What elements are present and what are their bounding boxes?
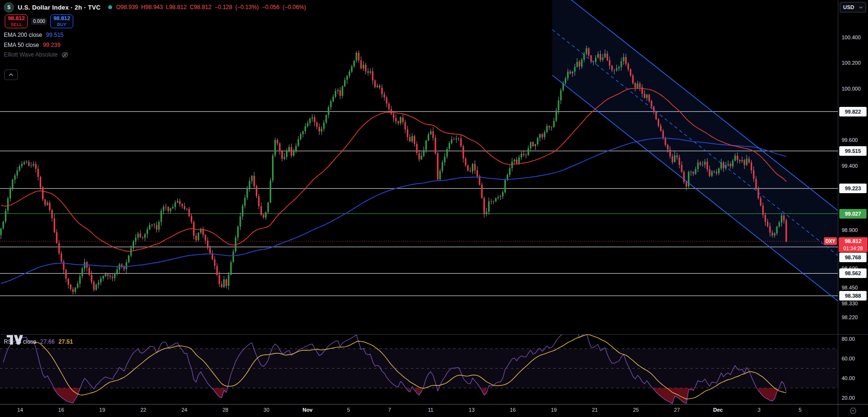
price-axis-label: 99.600 <box>842 136 858 144</box>
ema50-value: 99.239 <box>43 42 60 48</box>
price-axis-label: 99.400 <box>842 162 858 170</box>
price-level-label: 98.562 <box>839 268 867 278</box>
bar-countdown: 01:34:28 <box>839 245 868 252</box>
time-axis-label: 5 <box>789 407 811 413</box>
chart-header: S U.S. Dollar Index · 2h · TVC O98.939 H… <box>4 2 306 12</box>
symbol-title[interactable]: U.S. Dollar Index · 2h · TVC <box>18 4 101 11</box>
price-axis-label: 100.000 <box>842 85 861 93</box>
buy-button[interactable]: 98.812 BUY <box>50 14 73 28</box>
price-axis-label: 98.900 <box>842 226 858 234</box>
rsi-axis-label: 20.00 <box>842 394 855 402</box>
price-level-label: 98.388 <box>839 291 867 301</box>
time-axis-label: 11 <box>420 407 441 413</box>
price-axis-label: 100.400 <box>842 34 861 41</box>
price-axis-label: 98.220 <box>842 313 858 321</box>
chevron-down-icon <box>859 6 863 9</box>
time-axis-label: 16 <box>51 407 72 413</box>
price-axis-label: 98.450 <box>842 284 858 291</box>
time-axis-label: 24 <box>174 407 195 413</box>
rsi-ma-value: 27.51 <box>58 338 73 345</box>
rsi-axis-label: 60.00 <box>842 355 855 362</box>
eye-off-icon[interactable] <box>61 51 69 58</box>
price-level-label: 99.027 <box>839 209 867 219</box>
time-axis-label: 28 <box>215 407 236 413</box>
time-axis-label: 25 <box>626 407 647 413</box>
rsi-name: RSI 14 close <box>4 338 36 345</box>
channel-fill <box>552 0 838 301</box>
price-axis[interactable]: USD 98.812 01:34:28 100.400100.200100.00… <box>838 0 868 404</box>
time-axis-label: 19 <box>543 407 564 413</box>
rsi-axis-label: 40.00 <box>842 374 855 382</box>
time-axis-label: 14 <box>10 407 31 413</box>
legend-ema200[interactable]: EMA 200 close 99.515 <box>4 31 64 39</box>
hexagon-target-icon <box>849 407 857 415</box>
price-axis-label: 100.200 <box>842 59 861 67</box>
price-chart-canvas <box>0 0 838 404</box>
spread-value: 0.000 <box>31 18 47 25</box>
chart-plot-area[interactable] <box>0 0 838 404</box>
tradingview-chart-window: S U.S. Dollar Index · 2h · TVC O98.939 H… <box>0 0 868 417</box>
symbol-logo: S <box>4 2 14 12</box>
last-price-label: 98.812 01:34:28 <box>839 237 868 252</box>
rsi-axis-label: 80.00 <box>842 335 855 343</box>
ema50-name: EMA 50 close <box>4 42 39 48</box>
time-axis-label: 3 <box>749 407 770 413</box>
ohlc-values: O98.939 H98.943 L98.812 C98.812 −0.128 (… <box>116 4 306 11</box>
buy-label: BUY <box>57 23 67 27</box>
currency-label: USD <box>843 4 854 10</box>
price-level-label: 99.223 <box>839 184 867 193</box>
dxy-line-tag: DXY <box>824 237 837 245</box>
sell-price: 98.812 <box>8 16 24 22</box>
time-axis-label: 21 <box>584 407 605 413</box>
time-axis-label: 27 <box>666 407 687 413</box>
ema200-value: 99.515 <box>46 32 64 38</box>
price-level-label: 98.768 <box>839 253 867 262</box>
time-axis-label: Nov <box>297 407 318 413</box>
time-axis-label: 16 <box>502 407 523 413</box>
legend-rsi[interactable]: RSI 14 close 27.66 27.51 <box>4 338 73 346</box>
elliott-wave-name: Elliott Wave Absolute <box>4 51 57 58</box>
time-axis-label: 19 <box>91 407 113 413</box>
legend-elliott-wave[interactable]: Elliott Wave Absolute <box>4 51 69 58</box>
rsi-value: 27.66 <box>40 338 55 345</box>
time-axis-settings[interactable] <box>838 405 868 417</box>
last-price-value: 98.812 <box>839 238 868 245</box>
market-open-dot-icon <box>108 5 112 9</box>
time-axis-label: Dec <box>708 407 729 413</box>
price-level-label: 99.515 <box>839 146 867 156</box>
time-axis-label: 5 <box>338 407 359 413</box>
pane-divider[interactable] <box>0 334 868 335</box>
time-axis[interactable]: 14161922242830Nov5711131619212527Dec35 <box>0 405 838 417</box>
chevron-up-icon <box>9 73 13 76</box>
time-axis-label: 13 <box>461 407 482 413</box>
time-axis-label: 7 <box>379 407 400 413</box>
buy-price: 98.812 <box>53 16 70 22</box>
legend-collapse-button[interactable] <box>4 70 18 80</box>
time-axis-label: 22 <box>133 407 154 413</box>
price-level-label: 99.822 <box>839 107 867 116</box>
trade-buttons: 98.812 SELL 0.000 98.812 BUY <box>5 14 73 28</box>
currency-selector[interactable]: USD <box>840 2 866 12</box>
sell-label: SELL <box>11 23 22 27</box>
legend-ema50[interactable]: EMA 50 close 99.239 <box>4 41 60 49</box>
time-axis-label: 30 <box>256 407 277 413</box>
sell-button[interactable]: 98.812 SELL <box>5 14 28 28</box>
ema200-name: EMA 200 close <box>4 32 42 38</box>
